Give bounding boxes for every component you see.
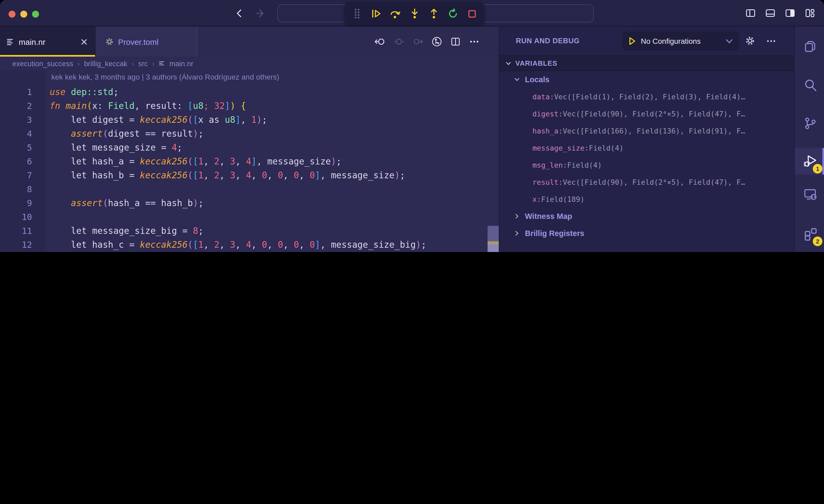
editor-scrollbar[interactable] xyxy=(488,226,499,252)
debug-session-count-badge: 1 xyxy=(813,164,822,174)
tab-label: Prover.toml xyxy=(118,37,159,46)
source-control-icon[interactable] xyxy=(801,114,820,133)
stop-icon[interactable] xyxy=(466,7,479,20)
scope-witness-map[interactable]: Witness Map xyxy=(499,208,794,225)
section-variables[interactable]: VARIABLES xyxy=(499,56,794,71)
file-list-icon xyxy=(159,60,165,67)
gear-icon xyxy=(105,37,114,46)
debug-configuration-dropdown[interactable]: No Configurations xyxy=(622,31,739,51)
split-editor-icon[interactable] xyxy=(450,36,461,47)
variables-list: Localsdata: Vec([Field(1), Field(2), Fie… xyxy=(499,71,794,242)
more-actions-icon[interactable] xyxy=(766,39,776,43)
step-into-icon[interactable] xyxy=(408,7,421,20)
variable-row[interactable]: hash_a: Vec([Field(166), Field(136), Fie… xyxy=(499,122,794,139)
blame-annotation: kek kek kek, 3 months ago | 3 authors (Á… xyxy=(51,73,279,81)
editor-group: main.nr Prover.toml execution_success › … xyxy=(0,27,499,252)
extensions-icon[interactable]: 2 xyxy=(801,224,820,243)
run-and-debug-panel: RUN AND DEBUG No Configurations VARIABLE… xyxy=(499,27,794,252)
tab-prover-toml[interactable]: Prover.toml xyxy=(95,27,198,57)
variable-row[interactable]: data: Vec([Field(1), Field(2), Field(3),… xyxy=(499,88,794,105)
gear-icon[interactable] xyxy=(745,36,755,46)
variable-row[interactable]: message_size: Field(4) xyxy=(499,139,794,157)
breadcrumb-item[interactable]: execution_success xyxy=(12,60,73,68)
code-line-12[interactable]: 12 let hash_c = keccak256([1, 2, 3, 4, 0… xyxy=(0,238,499,252)
chevron-down-icon xyxy=(506,61,511,66)
forward-arrow-icon[interactable] xyxy=(256,9,266,18)
breadcrumb-item[interactable]: main.nr xyxy=(169,60,193,68)
zoom-window-button[interactable] xyxy=(32,11,39,18)
titlebar xyxy=(0,0,824,27)
section-label: VARIABLES xyxy=(515,59,557,67)
toggle-primary-sidebar-icon[interactable] xyxy=(745,7,756,19)
run-and-debug-icon[interactable]: 1 xyxy=(801,152,820,171)
variable-row[interactable]: x: Field(189) xyxy=(499,191,794,208)
code-line-11[interactable]: 11 let message_size_big = 8; xyxy=(0,224,499,238)
customize-layout-icon[interactable] xyxy=(804,7,815,19)
step-out-icon[interactable] xyxy=(427,7,440,20)
chevron-right-icon: › xyxy=(152,60,154,68)
overview-ruler-highlight xyxy=(488,244,499,252)
breadcrumb: execution_success › brillig_keccak › src… xyxy=(0,57,499,71)
panel-title: RUN AND DEBUG xyxy=(516,37,580,45)
more-actions-icon[interactable] xyxy=(469,36,480,47)
variable-row[interactable]: result: Vec([Field(90), Field(2⁴×5), Fie… xyxy=(499,174,794,191)
code-line-10[interactable]: 10 xyxy=(0,210,499,224)
close-window-button[interactable] xyxy=(9,11,15,18)
scope-locals[interactable]: Locals xyxy=(499,71,794,88)
next-change-icon[interactable] xyxy=(412,36,423,47)
step-over-icon[interactable] xyxy=(389,7,402,20)
breadcrumb-item[interactable]: src xyxy=(138,60,148,68)
overview-ruler-debug-marker xyxy=(488,241,499,244)
restart-icon[interactable] xyxy=(446,7,459,20)
continue-icon[interactable] xyxy=(370,7,382,20)
go-back-icon[interactable] xyxy=(374,36,386,47)
line-number-gutter[interactable]: 8 xyxy=(0,183,45,196)
code-line-5[interactable]: 5 let message_size = 4; xyxy=(0,141,499,155)
code-line-8[interactable]: 8 xyxy=(0,183,499,196)
code-line-7[interactable]: 7 let hash_b = keccak256([1, 2, 3, 4, 0,… xyxy=(0,169,499,183)
close-tab-icon[interactable] xyxy=(81,38,88,45)
chevron-right-icon: › xyxy=(78,60,80,68)
debug-toolbar xyxy=(344,2,484,26)
code-line-1[interactable]: 1use dep::std; xyxy=(0,85,499,99)
timeline-icon[interactable] xyxy=(431,36,442,47)
remote-explorer-icon[interactable] xyxy=(801,185,820,204)
line-number-gutter[interactable]: 10 xyxy=(0,210,45,224)
ide-window: main.nr Prover.toml execution_success › … xyxy=(0,0,824,252)
chevron-down-icon xyxy=(726,39,733,43)
code-line-2[interactable]: 2fn main(x: Field, result: [u8; 32]) { xyxy=(0,99,499,113)
configuration-label: No Configurations xyxy=(641,37,721,45)
play-outline-icon xyxy=(629,37,636,45)
active-item-indicator xyxy=(822,148,824,175)
list-icon xyxy=(6,38,14,45)
tab-main-nr[interactable]: main.nr xyxy=(0,27,95,57)
variable-row[interactable]: msg_len: Field(4) xyxy=(499,157,794,174)
panel-header: RUN AND DEBUG No Configurations xyxy=(499,27,794,56)
tab-bar: main.nr Prover.toml xyxy=(0,27,499,57)
extensions-count-badge: 2 xyxy=(813,236,822,246)
code-lines: 1use dep::std;2fn main(x: Field, result:… xyxy=(0,85,499,252)
minimize-window-button[interactable] xyxy=(20,11,27,18)
window-traffic-lights[interactable] xyxy=(9,11,39,18)
editor-actions xyxy=(374,27,480,57)
chevron-right-icon: › xyxy=(132,60,134,68)
code-line-4[interactable]: 4 assert(digest == result); xyxy=(0,127,499,141)
code-editor[interactable]: kek kek kek, 3 months ago | 3 authors (Á… xyxy=(0,71,499,252)
scope-brillig-registers[interactable]: Brillig Registers xyxy=(499,225,794,242)
explorer-icon[interactable] xyxy=(801,37,820,56)
code-line-9[interactable]: 9 assert(hash_a == hash_b); xyxy=(0,196,499,210)
variable-row[interactable]: digest: Vec([Field(90), Field(2⁴×5), Fie… xyxy=(499,105,794,122)
toggle-panel-icon[interactable] xyxy=(765,7,776,19)
code-line-6[interactable]: 6 let hash_a = keccak256([1, 2, 3, 4], m… xyxy=(0,155,499,169)
code-line-3[interactable]: 3 let digest = keccak256([x as u8], 1); xyxy=(0,113,499,127)
drag-grip-icon[interactable] xyxy=(350,7,363,20)
breadcrumb-item[interactable]: brillig_keccak xyxy=(84,60,127,68)
toggle-secondary-sidebar-icon[interactable] xyxy=(785,7,796,19)
activity-bar: 1 2 xyxy=(794,27,824,252)
search-icon[interactable] xyxy=(801,75,820,95)
tab-label: main.nr xyxy=(19,37,45,46)
prev-change-icon[interactable] xyxy=(394,36,404,47)
back-arrow-icon[interactable] xyxy=(235,9,244,18)
